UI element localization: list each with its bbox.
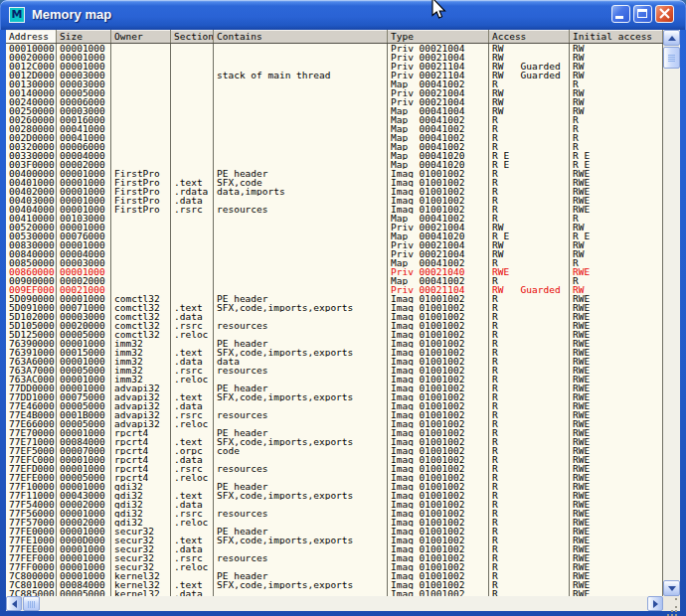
table-row[interactable]: 00330000 00004000 Map 00041020 R E R E (6, 151, 663, 160)
vertical-scrollbar[interactable] (663, 30, 680, 596)
table-row[interactable]: 77EFE000 00005000 rpcrt4 .reloc Imag 010… (6, 473, 663, 482)
table-row[interactable]: 00280000 00041000 Map 00041002 R R (6, 124, 663, 133)
column-header-contains[interactable]: Contains (214, 30, 388, 43)
minimize-button[interactable] (611, 5, 630, 23)
table-row[interactable]: 763A7000 00005000 imm32 .rsrc resources … (6, 366, 663, 375)
cell-contains (214, 106, 388, 115)
table-row[interactable]: 76391000 00015000 imm32 .text SFX,code,i… (6, 348, 663, 357)
column-header-initial-access[interactable]: Initial access (570, 30, 663, 43)
table-row[interactable]: 77F56000 00001000 gdi32 .rsrc resources … (6, 509, 663, 518)
table-row[interactable]: 77E66000 00005000 advapi32 .reloc Imag 0… (6, 419, 663, 428)
cell-type: Imag 01001002 (388, 294, 489, 303)
table-row[interactable]: 0012C000 00001000 Priv 00021104 RW Guard… (6, 62, 663, 71)
table-row[interactable]: 5D125000 00005000 comctl32 .reloc Imag 0… (6, 330, 663, 339)
table-row[interactable]: 77DD1000 00075000 advapi32 .text SFX,cod… (6, 392, 663, 401)
close-button[interactable] (655, 5, 674, 23)
table-row[interactable]: 77EFD000 00001000 rpcrt4 .rsrc resources… (6, 464, 663, 473)
table-row[interactable]: 77E4B000 0001B000 advapi32 .rsrc resourc… (6, 410, 663, 419)
table-row[interactable]: 00260000 00016000 Map 00041002 R R (6, 115, 663, 124)
table-row[interactable]: 002D0000 00041000 Map 00041002 R R (6, 133, 663, 142)
table-row[interactable]: 00404000 00001000 FirstPro .rsrc resourc… (6, 205, 663, 214)
table-row[interactable]: 00850000 00003000 Map 00041002 R R (6, 258, 663, 267)
table-row[interactable]: 77DD0000 00001000 advapi32 PE header Ima… (6, 384, 663, 392)
cell-address: 763A6000 (6, 357, 57, 366)
table-row[interactable]: 00520000 00001000 Priv 00021004 RW RW (6, 223, 663, 231)
table-row[interactable]: 00900000 00002000 Map 00041002 R R (6, 276, 663, 285)
table-row[interactable]: 77FF0000 00001000 secur32 .reloc Imag 01… (6, 562, 663, 571)
table-row[interactable]: 00400000 00001000 FirstPro PE header Ima… (6, 169, 663, 178)
cell-owner: advapi32 (111, 384, 171, 392)
table-row[interactable]: 00830000 00001000 Priv 00021004 RW RW (6, 240, 663, 249)
cell-type: Map 00041020 (388, 151, 489, 160)
column-header-access[interactable]: Access (489, 30, 570, 43)
table-row[interactable]: 77EFC000 00001000 rpcrt4 .data Imag 0100… (6, 455, 663, 464)
cell-address: 77FE1000 (6, 536, 57, 544)
cell-contains (214, 151, 388, 160)
table-row[interactable]: 77E71000 00084000 rpcrt4 .text SFX,code,… (6, 437, 663, 446)
table-row[interactable]: 7C801000 00084000 kernel32 .text SFX,cod… (6, 580, 663, 589)
table-row[interactable]: 00410000 00103000 Map 00041002 R R (6, 214, 663, 223)
cell-type: Imag 01001002 (388, 500, 489, 509)
table-row[interactable]: 77F11000 00043000 gdi32 .text SFX,code,i… (6, 491, 663, 500)
table-row[interactable]: 77FEF000 00001000 secur32 .rsrc resource… (6, 553, 663, 562)
table-row[interactable]: 763AC000 00001000 imm32 .reloc Imag 0100… (6, 375, 663, 384)
table-row[interactable]: 00240000 00006000 Priv 00021004 RW RW (6, 97, 663, 106)
table-row[interactable]: 003F0000 00002000 Map 00041020 R E R E (6, 160, 663, 169)
cell-owner: advapi32 (111, 419, 171, 428)
table-row[interactable]: 77E70000 00001000 rpcrt4 PE header Imag … (6, 428, 663, 437)
scroll-down-button[interactable] (663, 580, 680, 596)
cell-access: RW (489, 88, 570, 97)
column-header-address[interactable]: Address (6, 30, 57, 43)
table-row[interactable]: 77FE1000 0000D000 secur32 .text SFX,code… (6, 536, 663, 544)
table-row[interactable]: 5D105000 00020000 comctl32 .rsrc resourc… (6, 321, 663, 330)
title-bar[interactable]: M Memory map (0, 0, 686, 30)
table-row[interactable]: 0012D000 00003000 stack of main thread P… (6, 71, 663, 79)
column-header-section[interactable]: Section (171, 30, 214, 43)
cell-type: Map 00041002 (388, 79, 489, 88)
column-header-owner[interactable]: Owner (111, 30, 171, 43)
scroll-left-button[interactable] (6, 596, 22, 611)
table-row[interactable]: 77EF5000 00007000 rpcrt4 .orpc code Imag… (6, 446, 663, 455)
table-row[interactable]: 76390000 00001000 imm32 PE header Imag 0… (6, 339, 663, 348)
table-row[interactable]: 00840000 00004000 Priv 00021004 RW RW (6, 249, 663, 258)
table-row[interactable]: 009EF000 00021000 Priv 00021104 RW Guard… (6, 285, 663, 294)
table-row[interactable]: 7C885000 00005000 kernel32 .data Imag 01… (6, 589, 663, 596)
table-row[interactable]: 77F57000 00002000 gdi32 .reloc Imag 0100… (6, 518, 663, 527)
table-row[interactable]: 7C800000 00001000 kernel32 PE header Ima… (6, 571, 663, 580)
maximize-button[interactable] (633, 5, 652, 23)
cell-access: R (489, 464, 570, 473)
scroll-right-button[interactable] (647, 596, 663, 611)
column-header-type[interactable]: Type (388, 30, 489, 43)
table-row[interactable]: 77F54000 00002000 gdi32 .data Imag 01001… (6, 500, 663, 509)
table-row[interactable]: 00010000 00001000 Priv 00021004 RW RW (6, 44, 663, 53)
table-row[interactable]: 00403000 00001000 FirstPro .data Imag 01… (6, 196, 663, 205)
table-row[interactable]: 77FE0000 00001000 secur32 PE header Imag… (6, 527, 663, 536)
table-row[interactable]: 763A6000 00001000 imm32 .data data Imag … (6, 357, 663, 366)
table-row[interactable]: 00402000 00001000 FirstPro .rdata data,i… (6, 187, 663, 196)
table-row[interactable]: 00860000 00001000 Priv 00021040 RWE RWE (6, 267, 663, 276)
table-row[interactable]: 00250000 00003000 Map 00041004 RW RW (6, 106, 663, 115)
table-row[interactable]: 00320000 00006000 Map 00041002 R R (6, 142, 663, 151)
vertical-scroll-thumb[interactable] (663, 47, 680, 69)
cell-owner (111, 115, 171, 124)
scroll-up-button[interactable] (663, 30, 680, 46)
cell-type: Map 00041002 (388, 142, 489, 151)
table-row[interactable]: 5D091000 00071000 comctl32 .text SFX,cod… (6, 303, 663, 312)
column-header-size[interactable]: Size (57, 30, 111, 43)
table-row[interactable]: 00401000 00001000 FirstPro .text SFX,cod… (6, 178, 663, 187)
horizontal-scrollbar[interactable] (6, 596, 663, 611)
table-row[interactable]: 00530000 00076000 Map 00041020 R E R E (6, 231, 663, 240)
cell-type: Imag 01001002 (388, 518, 489, 527)
table-row[interactable]: 5D090000 00001000 comctl32 PE header Ima… (6, 294, 663, 303)
horizontal-scroll-thumb[interactable] (23, 596, 40, 611)
table-row[interactable]: 77FEE000 00001000 secur32 .data Imag 010… (6, 544, 663, 553)
resize-grip[interactable] (663, 596, 680, 611)
table-row[interactable]: 77F10000 00001000 gdi32 PE header Imag 0… (6, 482, 663, 491)
table-row[interactable]: 5D102000 00003000 comctl32 .data Imag 01… (6, 312, 663, 321)
table-row[interactable]: 77E46000 00005000 advapi32 .data Imag 01… (6, 401, 663, 410)
table-row[interactable]: 00020000 00001000 Priv 00021004 RW RW (6, 53, 663, 62)
cell-contains: SFX,code,imports,exports (214, 580, 388, 589)
table-row[interactable]: 00130000 00003000 Map 00041002 R R (6, 79, 663, 88)
table-row[interactable]: 00140000 00005000 Priv 00021004 RW RW (6, 88, 663, 97)
cell-address: 00860000 (6, 267, 57, 276)
